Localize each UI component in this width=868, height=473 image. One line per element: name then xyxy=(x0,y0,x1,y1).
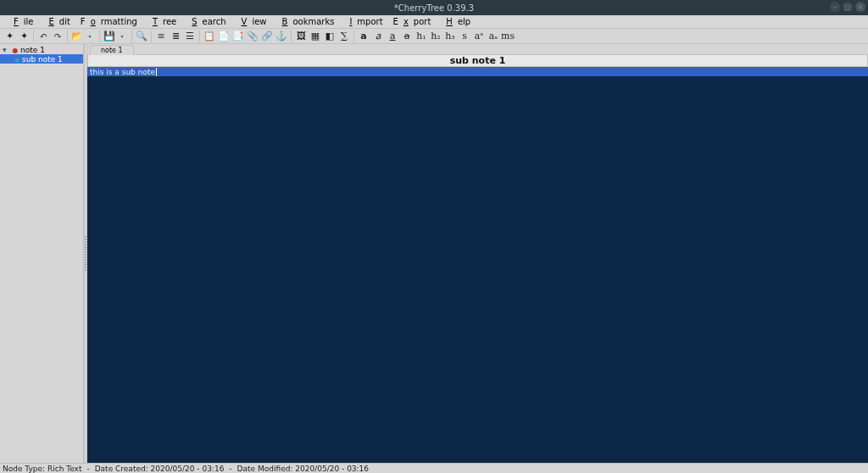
toolbar-separator xyxy=(199,31,200,42)
window-titlebar: *CherryTree 0.39.3 – ◻ × xyxy=(0,0,868,15)
format-italic-button[interactable]: a xyxy=(371,30,385,43)
menu-import[interactable]: Import xyxy=(339,17,387,26)
menu-export[interactable]: Export xyxy=(388,17,437,26)
node-remove-button[interactable]: ✦ xyxy=(17,30,31,43)
toolbar-separator xyxy=(33,31,34,42)
toolbar-separator xyxy=(67,31,68,42)
node-icon: ◆ xyxy=(14,56,20,63)
editor-selection-line xyxy=(87,67,868,76)
menu-edit[interactable]: Edit xyxy=(38,17,75,26)
node-title-bar: sub note 1 xyxy=(87,55,868,67)
open-button[interactable]: 📂 xyxy=(70,30,84,43)
node-title: sub note 1 xyxy=(450,55,506,66)
list-bullet-button[interactable]: ≡ xyxy=(154,30,168,43)
monospace-button[interactable]: ms xyxy=(501,30,515,43)
tree-child-node[interactable]: ◆ sub note 1 xyxy=(0,54,83,64)
paste-button[interactable]: 📄 xyxy=(217,30,231,43)
link-button[interactable]: 🔗 xyxy=(260,30,274,43)
tree-node-label: sub note 1 xyxy=(22,55,83,64)
superscript-button[interactable]: aˢ xyxy=(472,30,486,43)
find-button[interactable]: 🔍 xyxy=(135,30,148,43)
copy-button[interactable]: 📋 xyxy=(203,30,216,43)
equation-button[interactable]: ∑ xyxy=(337,30,351,43)
status-sep: - xyxy=(86,465,89,473)
h3-button[interactable]: h₃ xyxy=(443,30,457,43)
status-bar: Node Type: Rich Text - Date Created: 202… xyxy=(0,463,868,473)
undo-button[interactable]: ↶ xyxy=(36,30,50,43)
small-button[interactable]: s xyxy=(458,30,471,43)
status-date-modified: Date Modified: 2020/05/20 - 03:16 xyxy=(237,465,369,473)
editor[interactable]: this is a sub note xyxy=(87,67,868,463)
status-node-type: Node Type: Rich Text xyxy=(3,465,81,473)
anchor-button[interactable]: ⚓ xyxy=(275,30,288,43)
toolbar-separator xyxy=(151,31,152,42)
toolbar-separator xyxy=(291,31,292,42)
dropdown-arrow[interactable]: ▾ xyxy=(115,30,129,43)
tree-panel: ▼ ● note 1 ◆ sub note 1 xyxy=(0,44,84,463)
image-button[interactable]: 🖼 xyxy=(294,30,308,43)
main-panel: note 1 sub note 1 this is a sub note xyxy=(87,44,868,463)
toolbar: ✦✦↶↷📂▾💾▾🔍≡≣☰📋📄📑📎🔗⚓🖼▦◧∑aaaah₁h₂h₃saˢaₛms xyxy=(0,29,868,44)
node-add-button[interactable]: ✦ xyxy=(3,30,16,43)
menu-search[interactable]: Search xyxy=(181,17,231,26)
node-icon: ● xyxy=(12,47,19,53)
redo-button[interactable]: ↷ xyxy=(51,30,64,43)
table-button[interactable]: ▦ xyxy=(309,30,322,43)
clipboard-button[interactable]: 📑 xyxy=(231,30,245,43)
menu-tree[interactable]: Tree xyxy=(142,17,181,26)
h2-button[interactable]: h₂ xyxy=(429,30,442,43)
list-number-button[interactable]: ≣ xyxy=(169,30,182,43)
status-sep: - xyxy=(229,465,231,473)
editor-caret xyxy=(156,68,157,76)
toolbar-separator xyxy=(131,31,132,42)
window-controls: – ◻ × xyxy=(830,2,865,12)
menu-help[interactable]: Help xyxy=(436,17,476,26)
window-title: *CherryTree 0.39.3 xyxy=(394,3,474,13)
format-bold-button[interactable]: a xyxy=(357,30,370,43)
format-underline-button[interactable]: a xyxy=(386,30,399,43)
menu-bookmarks[interactable]: Bookmarks xyxy=(272,17,340,26)
tree-root-node[interactable]: ▼ ● note 1 xyxy=(0,45,83,54)
tree-node-label: note 1 xyxy=(20,46,83,54)
tab-label: note 1 xyxy=(101,47,123,54)
menu-bar: FileEditFormattingTreeSearchViewBookmark… xyxy=(0,15,868,29)
dropdown-arrow[interactable]: ▾ xyxy=(83,30,97,43)
toolbar-separator xyxy=(353,31,354,42)
format-strikethrough-button[interactable]: a xyxy=(400,30,414,43)
minimize-button[interactable]: – xyxy=(830,2,840,12)
menu-formatting[interactable]: Formatting xyxy=(75,17,142,26)
close-button[interactable]: × xyxy=(855,2,865,12)
codebox-button[interactable]: ◧ xyxy=(323,30,337,43)
subscript-button[interactable]: aₛ xyxy=(487,30,500,43)
h1-button[interactable]: h₁ xyxy=(415,30,428,43)
list-todo-button[interactable]: ☰ xyxy=(183,30,197,43)
attach-button[interactable]: 📎 xyxy=(246,30,259,43)
tab-strip: note 1 xyxy=(87,44,868,55)
tab-note1[interactable]: note 1 xyxy=(90,45,134,55)
maximize-button[interactable]: ◻ xyxy=(843,2,853,12)
menu-view[interactable]: View xyxy=(231,17,272,26)
toolbar-separator xyxy=(99,31,100,42)
save-button[interactable]: 💾 xyxy=(103,30,116,43)
client-area: ▼ ● note 1 ◆ sub note 1 note 1 sub note … xyxy=(0,44,868,463)
menu-file[interactable]: File xyxy=(3,17,38,26)
status-date-created: Date Created: 2020/05/20 - 03:16 xyxy=(95,465,225,473)
editor-text: this is a sub note xyxy=(90,67,157,76)
tree-expand-toggle[interactable]: ▼ xyxy=(3,47,10,53)
